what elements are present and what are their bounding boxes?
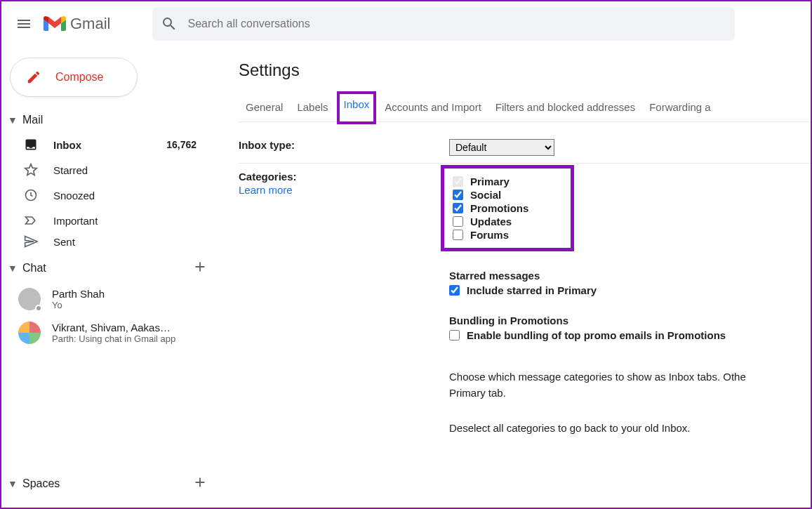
spaces-section-header[interactable]: ▼ Spaces [1, 469, 219, 498]
caret-down-icon: ▼ [6, 263, 20, 274]
chat-section-header[interactable]: ▼ Chat [1, 253, 219, 282]
presence-indicator [35, 305, 42, 312]
search-icon [161, 15, 178, 32]
checkbox-social[interactable] [453, 190, 463, 200]
inbox-icon [22, 138, 39, 152]
categories-help-text: Choose which message categories to show … [449, 369, 811, 437]
mail-section-header[interactable]: ▼ Mail [1, 108, 219, 132]
checkbox-promotions[interactable] [453, 203, 463, 213]
tab-accounts[interactable]: Accounts and Import [378, 94, 488, 121]
tab-general[interactable]: General [239, 94, 290, 121]
checkbox-primary [453, 176, 463, 187]
nav-inbox[interactable]: Inbox 16,762 [1, 132, 211, 157]
main-menu-button[interactable] [7, 7, 41, 41]
settings-tabs: General Labels Inbox Accounts and Import… [239, 94, 811, 122]
tab-forwarding[interactable]: Forwarding a [642, 94, 718, 121]
send-icon [22, 234, 39, 249]
checkbox-forums[interactable] [453, 230, 463, 240]
chat-item-0[interactable]: Parth Shah Yo [1, 282, 219, 316]
pencil-icon [26, 70, 41, 85]
search-input[interactable] [187, 18, 726, 30]
inbox-type-label: Inbox type: [239, 139, 449, 156]
tab-labels[interactable]: Labels [290, 94, 335, 121]
star-icon [22, 163, 39, 177]
bundling-heading: Bundling in Promotions [449, 315, 811, 326]
hamburger-icon [15, 15, 32, 32]
page-title: Settings [239, 60, 811, 80]
gmail-logo[interactable]: Gmail [44, 15, 110, 33]
caret-down-icon: ▼ [6, 114, 20, 126]
nav-sent[interactable]: Sent [1, 233, 211, 250]
learn-more-link[interactable]: Learn more [239, 184, 449, 196]
starred-messages-heading: Starred messages [449, 270, 811, 282]
gmail-logo-icon [44, 15, 66, 32]
checkbox-updates[interactable] [453, 216, 463, 227]
search-bar[interactable] [152, 7, 735, 41]
nav-snoozed[interactable]: Snoozed [1, 183, 211, 208]
checkbox-enable-bundling[interactable] [449, 330, 460, 341]
gmail-logo-text: Gmail [70, 15, 110, 33]
checkbox-include-starred[interactable] [449, 285, 460, 296]
categories-highlight-box: Primary Social Promotions Updates Forums [441, 165, 574, 251]
tab-filters[interactable]: Filters and blocked addresses [488, 94, 642, 121]
nav-starred[interactable]: Starred [1, 157, 211, 183]
tab-inbox[interactable]: Inbox [337, 91, 377, 124]
nav-important[interactable]: Important [1, 208, 211, 233]
important-icon [22, 213, 39, 227]
group-avatar [18, 322, 41, 344]
clock-icon [22, 188, 39, 202]
caret-down-icon: ▼ [6, 478, 20, 489]
compose-button[interactable]: Compose [10, 58, 138, 97]
categories-label: Categories: [239, 171, 297, 183]
chat-item-1[interactable]: Vikrant, Shivam, Aakas… Parth: Using cha… [1, 316, 219, 350]
new-space-button[interactable] [192, 475, 208, 492]
inbox-type-select[interactable]: Default [449, 139, 554, 156]
new-chat-button[interactable] [192, 259, 208, 277]
compose-label: Compose [55, 71, 103, 84]
